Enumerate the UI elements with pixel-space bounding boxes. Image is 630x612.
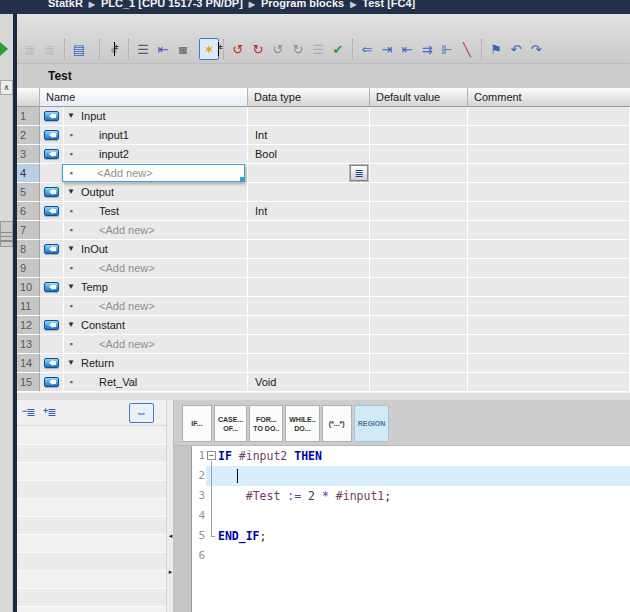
snippet-button-while[interactable]: WHILE..DO...	[285, 405, 319, 442]
name-cell[interactable]: ▼Temp	[64, 278, 248, 297]
splitter-collapse-right-icon[interactable]: ▸	[167, 564, 174, 580]
row-icon-cell[interactable]	[40, 297, 64, 316]
name-cell[interactable]: ▪<Add new>	[64, 164, 248, 183]
comment-cell[interactable]	[468, 145, 630, 164]
data-type-cell[interactable]	[248, 221, 370, 240]
name-cell[interactable]: ▪<Add new>	[64, 335, 248, 354]
column-header-name[interactable]: Name	[40, 88, 248, 107]
data-type-cell[interactable]	[248, 183, 370, 202]
row-number[interactable]: 15	[17, 373, 40, 392]
section-expander-icon[interactable]: ▼	[67, 107, 75, 125]
row-icon-cell[interactable]	[40, 259, 64, 278]
row-icon-cell[interactable]	[40, 145, 64, 164]
row-icon-cell[interactable]	[40, 335, 64, 354]
name-cell[interactable]: ▪Ret_Val	[64, 373, 248, 392]
code-line[interactable]: 1IF #input2 THEN	[193, 446, 630, 466]
scrollbar-thumb[interactable]	[0, 221, 13, 247]
pane-splitter[interactable]: ◂ ▸	[166, 400, 174, 612]
code-line[interactable]: 2	[193, 466, 630, 486]
column-header-defaultvalue[interactable]: Default value	[370, 88, 468, 107]
comment-cell[interactable]	[468, 107, 630, 126]
comment-cell[interactable]	[468, 240, 630, 259]
comment-cell[interactable]	[468, 221, 630, 240]
section-expander-icon[interactable]: ▼	[67, 354, 75, 372]
default-value-cell[interactable]	[370, 164, 468, 183]
snippet-button-region[interactable]: REGION	[354, 405, 390, 442]
name-cell[interactable]: ▼InOut	[64, 240, 248, 259]
data-type-cell[interactable]: Int	[248, 126, 370, 145]
row-number[interactable]: 5	[17, 183, 40, 202]
comment-cell[interactable]	[468, 259, 630, 278]
data-type-picker-button[interactable]: ≣	[350, 165, 368, 181]
dropdown-caret-icon[interactable]: ±	[218, 42, 219, 56]
reset-start-values-icon[interactable]: ↺	[228, 38, 248, 60]
row-number[interactable]: 12	[17, 316, 40, 335]
code-line[interactable]: 4	[193, 506, 630, 526]
row-icon-cell[interactable]	[40, 354, 64, 373]
name-cell[interactable]: ▼Return	[64, 354, 248, 373]
data-type-cell[interactable]	[248, 259, 370, 278]
comment-cell[interactable]	[468, 183, 630, 202]
comment-cell[interactable]	[468, 126, 630, 145]
row-number[interactable]: 2	[17, 126, 40, 145]
snippet-button-for[interactable]: FOR...TO DO..	[249, 405, 283, 442]
data-type-cell[interactable]: Int	[248, 202, 370, 221]
outdent-icon[interactable]: ⇤	[397, 38, 417, 60]
name-cell[interactable]: ▪<Add new>	[64, 259, 248, 278]
default-value-cell[interactable]	[370, 297, 468, 316]
snippet-button-case[interactable]: CASE...OF...	[214, 405, 247, 442]
row-icon-cell[interactable]	[40, 373, 64, 392]
name-cell[interactable]: ▪Test	[64, 202, 248, 221]
split-editor-button[interactable]: ⇔	[129, 403, 154, 423]
fold-toggle-icon[interactable]: −	[207, 451, 216, 460]
column-header-datatype[interactable]: Data type	[248, 88, 370, 107]
indent-icon[interactable]: ⇥	[377, 38, 397, 60]
name-cell[interactable]: ▪<Add new>	[64, 221, 248, 240]
row-icon-cell[interactable]	[40, 126, 64, 145]
name-edit-field[interactable]: ▪<Add new>	[62, 164, 245, 182]
comment-cell[interactable]	[468, 316, 630, 335]
default-value-cell[interactable]	[370, 221, 468, 240]
consistency-check-icon[interactable]: ✔	[328, 38, 348, 60]
row-number[interactable]: 4	[17, 164, 40, 183]
row-number[interactable]: 8	[17, 240, 40, 259]
default-value-cell[interactable]	[370, 259, 468, 278]
update-block-calls-icon[interactable]: ⇉	[417, 38, 437, 60]
download-without-reinit-icon[interactable]: ⇤	[153, 38, 173, 60]
section-expander-icon[interactable]: ▼	[67, 183, 75, 201]
default-value-cell[interactable]	[370, 126, 468, 145]
data-type-cell[interactable]	[248, 316, 370, 335]
previous-bookmark-icon[interactable]: ↶	[506, 38, 526, 60]
scrollbar-track[interactable]	[0, 95, 13, 612]
row-number[interactable]: 14	[17, 354, 40, 373]
data-type-cell[interactable]	[248, 335, 370, 354]
expand-all-icon[interactable]: +≣	[43, 406, 55, 419]
row-number[interactable]: 1	[17, 107, 40, 126]
default-value-cell[interactable]	[370, 107, 468, 126]
section-expander-icon[interactable]: ▼	[67, 278, 75, 296]
data-type-cell[interactable]	[248, 278, 370, 297]
data-type-cell[interactable]	[248, 107, 370, 126]
code-editor[interactable]: − 1IF #input2 THEN23 #Test := 2 * #input…	[193, 446, 630, 612]
row-number[interactable]: 7	[17, 221, 40, 240]
data-type-cell[interactable]: Void	[248, 373, 370, 392]
collapse-all-icon[interactable]: −≣	[22, 406, 34, 419]
comment-cell[interactable]	[468, 278, 630, 297]
breakpoint-gutter[interactable]	[174, 446, 192, 612]
next-bookmark-icon[interactable]: ↷	[526, 38, 546, 60]
comment-cell[interactable]	[468, 297, 630, 316]
row-icon-cell[interactable]	[40, 183, 64, 202]
breadcrumb-item[interactable]: PLC_1 [CPU 1517-3 PN/DP]	[101, 0, 243, 9]
data-type-cell[interactable]	[248, 240, 370, 259]
snippet-button-[interactable]: (*...*)	[322, 405, 352, 442]
scroll-up-button[interactable]: ∧	[0, 80, 13, 95]
default-value-cell[interactable]	[370, 278, 468, 297]
data-type-cell[interactable]	[248, 354, 370, 373]
name-cell[interactable]: ▪<Add new>	[64, 297, 248, 316]
name-cell[interactable]: ▪input2	[64, 145, 248, 164]
symbol-information-icon[interactable]: ⊩	[437, 38, 457, 60]
row-icon-cell[interactable]	[40, 164, 64, 183]
name-cell[interactable]: ▼Input	[64, 107, 248, 126]
code-line[interactable]: 6	[193, 546, 630, 566]
data-type-cell[interactable]: ≣	[248, 164, 370, 183]
